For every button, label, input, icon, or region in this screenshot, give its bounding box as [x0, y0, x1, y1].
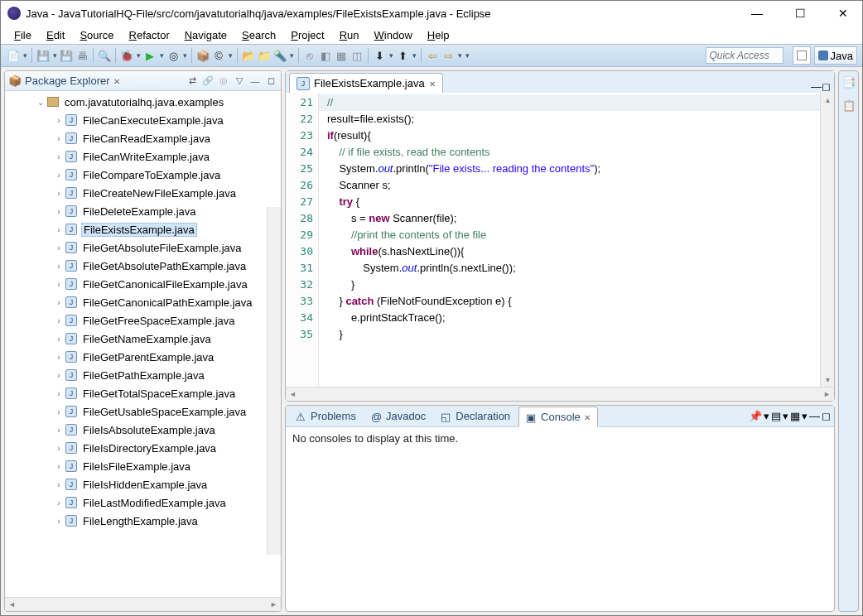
- menu-navigate[interactable]: Navigate: [178, 27, 234, 43]
- coverage-icon[interactable]: ◎: [166, 48, 181, 63]
- expand-icon[interactable]: ›: [53, 389, 65, 398]
- tree-file-row[interactable]: ›FileGetPathExample.java: [10, 366, 281, 384]
- expand-icon[interactable]: ›: [53, 444, 65, 453]
- expand-icon[interactable]: ›: [53, 225, 65, 234]
- tree-file-row[interactable]: ›FileCanWriteExample.java: [10, 147, 281, 166]
- tree-file-row[interactable]: ›FileCanReadExample.java: [10, 129, 281, 147]
- menu-help[interactable]: Help: [421, 27, 456, 43]
- tree-file-row[interactable]: ›FileCompareToExample.java: [10, 166, 281, 184]
- tree-file-row[interactable]: ›FileGetCanonicalPathExample.java: [10, 293, 281, 311]
- window-maximize-button[interactable]: ☐: [788, 7, 812, 20]
- editor-minimize-icon[interactable]: —: [811, 80, 822, 93]
- print-icon[interactable]: 🖶: [75, 48, 89, 63]
- menu-refactor[interactable]: Refactor: [123, 27, 176, 43]
- expand-icon[interactable]: ›: [53, 334, 65, 344]
- tab-close[interactable]: [584, 411, 591, 423]
- debug-icon[interactable]: 🐞: [119, 48, 134, 63]
- link-editor-icon[interactable]: 🔗: [201, 75, 215, 88]
- tree-file-row[interactable]: ›FileIsAbsoluteExample.java: [10, 421, 281, 439]
- expand-icon[interactable]: ›: [53, 498, 65, 508]
- tree-file-row[interactable]: ›FileLengthExample.java: [10, 512, 281, 530]
- tree-file-row[interactable]: ›FileGetUsableSpaceExample.java: [10, 402, 281, 421]
- editor-vscroll[interactable]: ▴ ▾: [820, 93, 834, 387]
- new-dropdown[interactable]: ▾: [22, 48, 28, 63]
- toggle-icon[interactable]: ⎋: [302, 48, 317, 63]
- tree-file-row[interactable]: ›FileGetParentExample.java: [10, 348, 281, 366]
- tree-file-row[interactable]: ›FileGetCanonicalFileExample.java: [10, 275, 281, 293]
- task-list-icon[interactable]: 📋: [842, 99, 856, 113]
- outline-icon[interactable]: 📑: [842, 76, 856, 89]
- nav-dropdown[interactable]: ▾: [464, 48, 470, 63]
- expand-icon[interactable]: ›: [53, 316, 65, 325]
- editor-code-area[interactable]: // result=file.exists(); if(result){ // …: [319, 93, 820, 387]
- tree-file-row[interactable]: ›FileGetNameExample.java: [10, 330, 281, 348]
- save-all-icon[interactable]: 💾: [59, 48, 74, 63]
- open-task-icon[interactable]: 📂: [241, 48, 256, 63]
- expand-icon[interactable]: ›: [53, 298, 65, 307]
- minimize-view-icon[interactable]: —: [248, 75, 262, 88]
- forward-dropdown[interactable]: ▾: [456, 48, 463, 63]
- window-minimize-button[interactable]: —: [745, 7, 769, 20]
- run-dropdown[interactable]: ▾: [158, 48, 165, 63]
- expand-icon[interactable]: ›: [53, 262, 65, 271]
- prev-anno-dropdown[interactable]: ▾: [411, 48, 417, 63]
- expand-icon[interactable]: ›: [53, 426, 65, 435]
- display-selected-console-icon-dropdown[interactable]: ▾: [783, 410, 788, 422]
- show-ws-icon[interactable]: ▦: [334, 48, 349, 63]
- expand-icon[interactable]: ›: [53, 280, 65, 289]
- tree-file-row[interactable]: ›FileDeleteExample.java: [10, 202, 281, 220]
- tree-file-row[interactable]: ›FileIsFileExample.java: [10, 457, 281, 475]
- expand-icon[interactable]: ›: [53, 517, 65, 526]
- tree-package-row[interactable]: ⌄ com.javatutorialhq.java.examples: [10, 93, 281, 111]
- coverage-dropdown[interactable]: ▾: [181, 48, 188, 63]
- collapse-icon[interactable]: ⌄: [35, 98, 46, 107]
- expand-icon[interactable]: ›: [53, 462, 65, 471]
- minimize-icon[interactable]: —: [809, 410, 820, 422]
- open-type-icon[interactable]: 🔍: [97, 48, 112, 63]
- new-icon[interactable]: 📄: [6, 48, 21, 63]
- search-dropdown[interactable]: ▾: [288, 48, 295, 63]
- display-selected-console-icon[interactable]: ▤: [771, 410, 781, 422]
- expand-icon[interactable]: ›: [53, 407, 65, 416]
- expand-icon[interactable]: ›: [53, 171, 65, 180]
- new-class-dropdown[interactable]: ▾: [227, 48, 234, 63]
- expand-icon[interactable]: ›: [53, 116, 65, 125]
- menu-source[interactable]: Source: [73, 27, 120, 43]
- expand-icon[interactable]: ›: [53, 207, 65, 216]
- tree-file-row[interactable]: ›FileLastModifiedExample.java: [10, 493, 281, 512]
- forward-icon[interactable]: ⇨: [441, 48, 456, 63]
- view-menu-icon[interactable]: ▽: [233, 75, 246, 88]
- collapse-all-icon[interactable]: ⇄: [186, 75, 199, 88]
- tree-file-row[interactable]: ›FileCreateNewFileExample.java: [10, 184, 281, 202]
- tree-file-row[interactable]: ›FileGetAbsoluteFileExample.java: [10, 238, 281, 257]
- new-class-icon[interactable]: ©: [211, 48, 226, 63]
- expand-icon[interactable]: ›: [53, 353, 65, 362]
- mark-icon[interactable]: ◧: [318, 48, 333, 63]
- view-close-button[interactable]: [113, 75, 120, 87]
- back-icon[interactable]: ⇦: [425, 48, 440, 63]
- maximize-icon[interactable]: ◻: [822, 410, 831, 422]
- menu-edit[interactable]: Edit: [40, 27, 71, 43]
- pin-console-icon[interactable]: 📌: [749, 410, 762, 422]
- tree-file-row[interactable]: ›FileGetTotalSpaceExample.java: [10, 384, 281, 402]
- expand-icon[interactable]: ›: [53, 134, 65, 143]
- quick-access-input[interactable]: [706, 47, 783, 64]
- save-icon[interactable]: 💾: [36, 48, 51, 63]
- tab-declaration[interactable]: ◱Declaration: [434, 407, 517, 426]
- expand-icon[interactable]: ›: [53, 243, 65, 253]
- tab-problems[interactable]: ⚠Problems: [289, 407, 363, 426]
- new-package-icon[interactable]: 📦: [195, 48, 210, 63]
- tree-file-row[interactable]: ›FileExistsExample.java: [10, 220, 281, 238]
- pin-console-icon-dropdown[interactable]: ▾: [764, 410, 769, 422]
- expand-icon[interactable]: ›: [53, 189, 65, 198]
- open-console-icon[interactable]: ▦: [790, 410, 800, 422]
- search-icon[interactable]: 🔦: [272, 48, 287, 63]
- tree-file-row[interactable]: ›FileGetFreeSpaceExample.java: [10, 311, 281, 330]
- editor-hscroll[interactable]: [286, 387, 834, 401]
- menu-file[interactable]: File: [7, 27, 38, 43]
- debug-dropdown[interactable]: ▾: [135, 48, 142, 63]
- editor-maximize-icon[interactable]: ◻: [822, 80, 831, 93]
- prev-annotation-icon[interactable]: ⬆: [395, 48, 410, 63]
- run-icon[interactable]: ▶: [142, 48, 157, 63]
- block-icon[interactable]: ◫: [350, 48, 364, 63]
